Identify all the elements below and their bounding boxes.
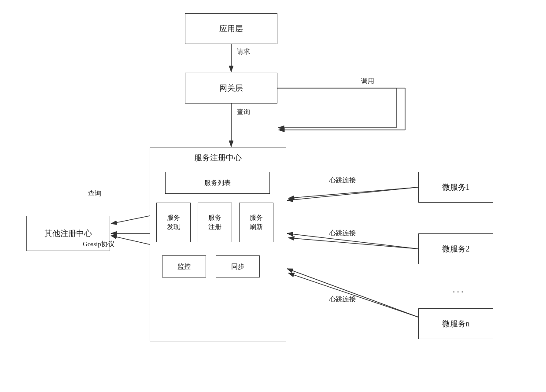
sync-box: 同步 (216, 255, 260, 277)
other-registry-label: 其他注册中心 (44, 228, 92, 239)
monitor-box: 监控 (162, 255, 206, 277)
service-register-box: 服务 注册 (198, 203, 232, 242)
microservicen-label: 微服务n (442, 318, 470, 329)
request-label: 请求 (237, 48, 250, 56)
svg-line-10 (288, 238, 418, 249)
registry-label: 服务注册中心 (194, 152, 242, 163)
svg-line-9 (288, 187, 418, 198)
heartbeat1-label: 心跳连接 (329, 176, 356, 185)
heartbeat2-label: 心跳连接 (329, 229, 356, 237)
service-refresh-label: 服务 刷新 (250, 213, 263, 232)
microservice2-label: 微服务2 (442, 244, 470, 254)
svg-line-19 (111, 236, 150, 244)
service-list-box: 服务列表 (165, 172, 270, 194)
svg-line-21 (287, 187, 418, 200)
heartbeat3-label: 心跳连接 (329, 295, 356, 303)
diagram: 应用层 请求 网关层 调用 查询 服务注册中心 服务列表 服务 发现 服务 注册… (0, 0, 546, 392)
service-discover-label: 服务 发现 (167, 213, 180, 232)
service-register-label: 服务 注册 (208, 213, 221, 232)
service-list-label: 服务列表 (204, 178, 231, 188)
svg-line-20 (111, 216, 150, 224)
query-other-label: 查询 (88, 189, 101, 198)
gateway-label: 网关层 (219, 83, 243, 93)
query-gateway-label: 查询 (237, 108, 250, 116)
microservice1-box: 微服务1 (418, 172, 493, 203)
gateway-box: 网关层 (185, 73, 277, 104)
app-layer-box: 应用层 (185, 13, 277, 44)
invoke-label: 调用 (361, 77, 374, 85)
microservice1-label: 微服务1 (442, 182, 470, 192)
monitor-label: 监控 (177, 262, 191, 271)
app-layer-label: 应用层 (219, 23, 243, 34)
gossip-label: Gossip协议 (83, 240, 114, 248)
dots-label: ··· (453, 286, 465, 298)
service-discover-box: 服务 发现 (156, 203, 191, 242)
service-refresh-box: 服务 刷新 (239, 203, 273, 242)
microservice2-box: 微服务2 (418, 233, 493, 264)
sync-label: 同步 (231, 262, 244, 271)
microservicen-box: 微服务n (418, 308, 493, 339)
svg-line-23 (287, 269, 418, 317)
